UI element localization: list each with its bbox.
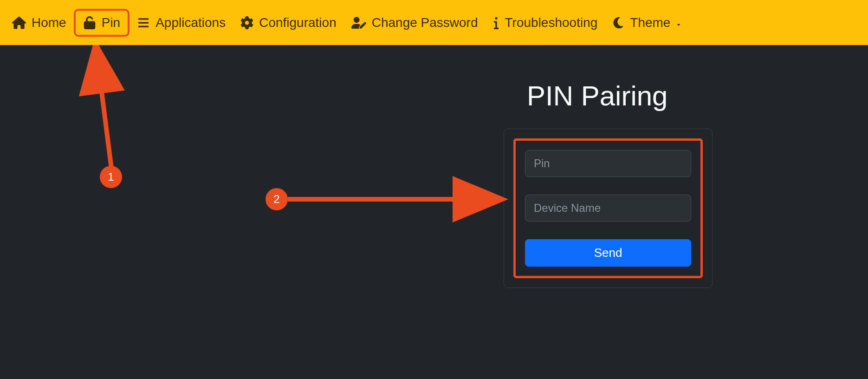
- annotation-badge-2: 2: [266, 188, 288, 210]
- nav-troubleshooting-label: Troubleshooting: [505, 15, 598, 30]
- nav-pin-label: Pin: [102, 15, 120, 30]
- nav-applications[interactable]: Applications: [130, 12, 233, 34]
- nav-change-password-label: Change Password: [372, 15, 478, 30]
- nav-theme-label: Theme: [630, 15, 670, 30]
- nav-troubleshooting[interactable]: Troubleshooting: [486, 12, 605, 34]
- device-name-input[interactable]: [525, 195, 691, 222]
- nav-home[interactable]: Home: [5, 12, 74, 34]
- home-icon: [12, 16, 26, 29]
- gear-icon: [240, 16, 253, 29]
- pairing-card: Send: [504, 129, 713, 288]
- nav-configuration[interactable]: Configuration: [233, 12, 344, 34]
- unlock-icon: [83, 16, 96, 29]
- caret-down-icon: [675, 15, 682, 30]
- bars-icon: [137, 17, 150, 29]
- moon-icon: [612, 16, 624, 29]
- nav-home-label: Home: [32, 15, 66, 30]
- annotation-badge-1: 1: [100, 166, 122, 188]
- page-title: PIN Pairing: [527, 80, 667, 112]
- annotation-overlay: [0, 45, 868, 379]
- nav-change-password[interactable]: Change Password: [344, 12, 486, 34]
- nav-applications-label: Applications: [155, 15, 226, 30]
- nav-configuration-label: Configuration: [259, 15, 337, 30]
- main-content: PIN Pairing Send 1 2: [0, 45, 868, 379]
- svg-line-1: [97, 52, 111, 168]
- info-icon: [493, 16, 499, 29]
- navbar: Home Pin Applications Configuration Chan…: [0, 0, 868, 45]
- pairing-form-highlight: Send: [513, 138, 703, 278]
- nav-pin[interactable]: Pin: [74, 9, 130, 37]
- user-shield-icon: [351, 16, 366, 29]
- send-button[interactable]: Send: [525, 239, 691, 267]
- nav-theme[interactable]: Theme: [605, 12, 690, 34]
- pin-input[interactable]: [525, 150, 691, 177]
